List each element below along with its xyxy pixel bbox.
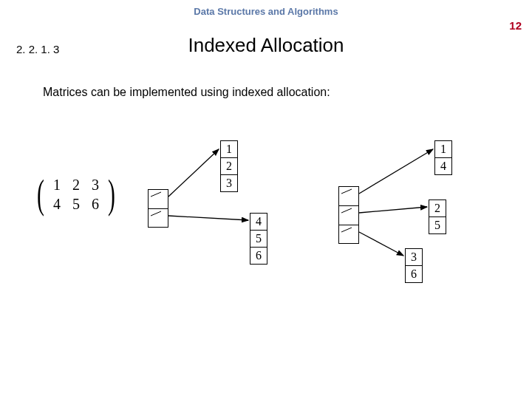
data-cell: 5: [429, 216, 446, 234]
left-paren-icon: (: [37, 174, 44, 214]
data-cell: 4: [250, 213, 267, 231]
index-block-right: [338, 186, 359, 244]
matrix: ( 1 2 3 4 5 6 ): [34, 174, 118, 214]
data-cell: 4: [434, 157, 452, 175]
data-cell: 5: [250, 230, 267, 248]
data-cell: 6: [405, 265, 423, 283]
matrix-cell: 3: [86, 177, 105, 194]
matrix-cell: 1: [47, 177, 66, 194]
matrix-cell: 5: [66, 196, 86, 213]
data-cell: 1: [434, 140, 452, 158]
slide-title: Indexed Allocation: [0, 34, 532, 57]
svg-line-2: [168, 149, 219, 197]
svg-line-3: [168, 216, 248, 220]
matrix-cell: 4: [47, 196, 66, 213]
matrix-cell: 2: [66, 177, 86, 194]
data-cell: 3: [405, 248, 423, 266]
right-paren-icon: ): [108, 174, 115, 214]
data-cell: 2: [429, 200, 446, 217]
matrix-cell: 6: [86, 196, 105, 213]
page-number: 12: [509, 19, 522, 32]
svg-line-7: [359, 149, 433, 194]
data-cell: 2: [220, 157, 238, 175]
svg-line-9: [359, 232, 403, 256]
data-cell: 6: [250, 247, 267, 265]
data-cell: 3: [220, 174, 238, 192]
data-cell: 1: [220, 140, 238, 158]
index-block-left: [148, 189, 168, 228]
course-header: Data Structures and Algorithms: [0, 0, 532, 17]
body-text: Matrices can be implemented using indexe…: [43, 86, 330, 99]
diagram-area: ( 1 2 3 4 5 6 ) 1 2 3 4 5 6 1 4 2 5 3 6: [21, 140, 508, 332]
svg-line-8: [359, 207, 427, 213]
